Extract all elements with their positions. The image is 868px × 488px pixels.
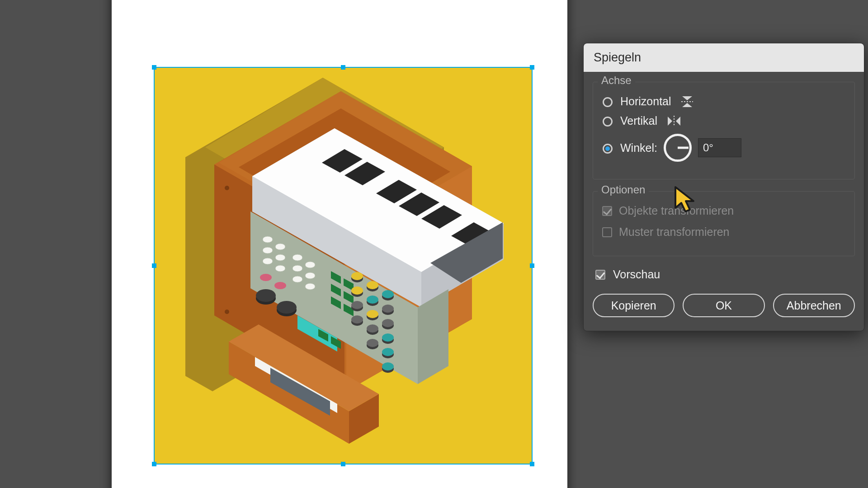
radio-horizontal-label: Horizontal [620, 95, 671, 108]
svg-point-35 [305, 283, 315, 290]
svg-point-66 [367, 310, 378, 318]
svg-point-80 [382, 362, 394, 371]
svg-point-39 [256, 289, 276, 302]
svg-point-31 [305, 262, 315, 268]
transform-patterns-label: Muster transformieren [619, 225, 730, 239]
svg-point-78 [382, 348, 394, 356]
svg-point-30 [292, 254, 302, 261]
checkbox-transform-objects [602, 206, 612, 216]
radio-angle-label: Winkel: [620, 141, 657, 155]
svg-point-54 [367, 281, 378, 289]
svg-point-8 [225, 186, 229, 190]
svg-marker-91 [676, 117, 680, 126]
svg-point-72 [367, 324, 378, 333]
svg-point-56 [382, 290, 394, 298]
checkbox-preview[interactable] [595, 270, 605, 280]
reflect-dialog: Spiegeln Achse Horizontal Vertikal [583, 43, 864, 331]
svg-point-74 [382, 333, 394, 342]
options-legend: Optionen [598, 183, 649, 196]
svg-point-34 [292, 276, 302, 282]
cancel-button[interactable]: Abbrechen [773, 294, 855, 317]
svg-point-41 [277, 301, 297, 314]
svg-point-26 [263, 247, 273, 253]
svg-point-76 [367, 339, 378, 347]
svg-point-37 [274, 282, 286, 289]
dialog-title[interactable]: Spiegeln [584, 43, 864, 72]
svg-point-62 [382, 305, 394, 313]
svg-point-9 [225, 310, 229, 314]
transform-patterns-option: Muster transformieren [600, 225, 730, 239]
svg-point-70 [351, 315, 363, 324]
artwork-synth-icon [155, 68, 532, 464]
svg-point-36 [260, 274, 272, 281]
vertical-reflect-icon [666, 115, 682, 127]
radio-vertical-label: Vertikal [620, 114, 657, 127]
svg-point-32 [292, 265, 302, 272]
svg-point-60 [367, 296, 378, 304]
svg-point-64 [351, 301, 363, 309]
svg-point-27 [275, 254, 285, 261]
axis-vertical-row[interactable]: Vertikal [600, 114, 847, 127]
preview-row[interactable]: Vorschau [594, 268, 855, 281]
svg-marker-89 [668, 117, 672, 126]
axis-group: Achse Horizontal Vertikal [593, 82, 855, 179]
transform-objects-option: Objekte transformieren [600, 204, 734, 217]
angle-dial[interactable] [664, 134, 692, 162]
svg-point-29 [275, 265, 285, 272]
radio-angle[interactable] [603, 144, 613, 154]
svg-marker-88 [682, 103, 692, 107]
horizontal-reflect-icon [680, 95, 694, 108]
selected-artwork[interactable] [154, 67, 533, 465]
svg-point-33 [305, 272, 315, 279]
svg-point-58 [351, 286, 363, 295]
angle-input[interactable] [698, 138, 741, 157]
svg-point-68 [382, 319, 394, 327]
svg-point-52 [351, 272, 363, 280]
radio-vertical[interactable] [603, 117, 613, 127]
svg-point-24 [263, 236, 273, 243]
canvas-stage [0, 0, 581, 488]
checkbox-transform-patterns [602, 227, 612, 237]
options-group: Optionen Objekte transformieren Muster t… [593, 191, 855, 256]
axis-legend: Achse [598, 74, 635, 87]
svg-point-28 [263, 258, 273, 264]
transform-objects-label: Objekte transformieren [619, 204, 734, 217]
svg-point-25 [275, 244, 285, 250]
axis-horizontal-row[interactable]: Horizontal [600, 95, 847, 108]
ok-button[interactable]: OK [683, 294, 764, 317]
preview-label: Vorschau [613, 268, 660, 281]
axis-angle-row[interactable]: Winkel: [600, 134, 847, 162]
radio-horizontal[interactable] [603, 97, 613, 107]
copy-button[interactable]: Kopieren [593, 294, 675, 317]
svg-marker-86 [682, 96, 692, 100]
